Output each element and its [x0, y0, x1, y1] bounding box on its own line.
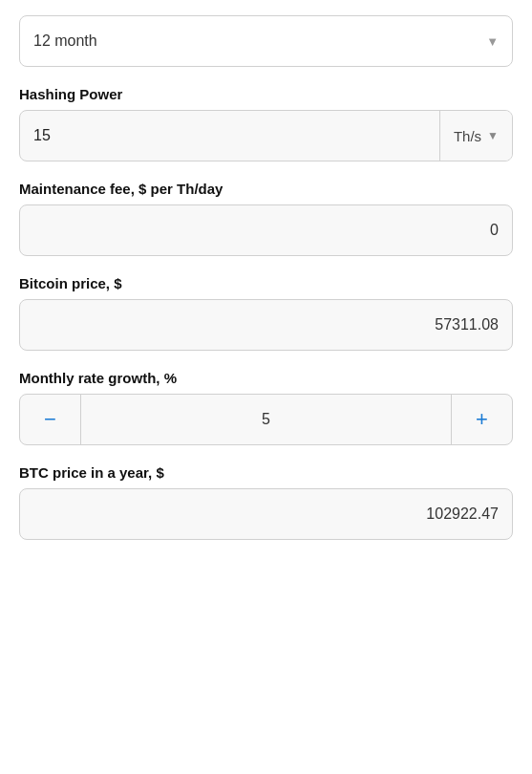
bitcoin-price-label: Bitcoin price, $	[19, 275, 513, 291]
duration-select[interactable]: 12 month ▼	[19, 15, 513, 67]
bitcoin-price-input-box: 57311.08	[19, 299, 513, 351]
maintenance-fee-label: Maintenance fee, $ per Th/day	[19, 181, 513, 197]
hashing-power-field: Hashing Power Th/s ▼	[19, 86, 513, 161]
chevron-down-icon: ▼	[487, 129, 499, 142]
bitcoin-price-field: Bitcoin price, $ 57311.08	[19, 275, 513, 351]
duration-field: 12 month ▼	[19, 15, 513, 67]
hashing-power-input[interactable]	[20, 127, 439, 144]
maintenance-fee-input-box: 0	[19, 204, 513, 256]
btc-price-year-input-box: 102922.47	[19, 488, 513, 540]
hashing-power-input-box: Th/s ▼	[19, 110, 513, 161]
btc-price-year-field: BTC price in a year, $ 102922.47	[19, 464, 513, 540]
chevron-down-icon: ▼	[486, 34, 499, 49]
maintenance-fee-value: 0	[20, 222, 512, 239]
hashing-power-unit-selector[interactable]: Th/s ▼	[439, 111, 512, 161]
btc-price-year-label: BTC price in a year, $	[19, 464, 513, 481]
maintenance-fee-field: Maintenance fee, $ per Th/day 0	[19, 181, 513, 256]
monthly-rate-growth-field: Monthly rate growth, % − 5 +	[19, 370, 513, 445]
duration-value: 12 month	[33, 32, 486, 50]
btc-price-year-value: 102922.47	[20, 505, 512, 523]
hashing-power-unit-label: Th/s	[454, 128, 481, 144]
bitcoin-price-value: 57311.08	[20, 316, 512, 333]
monthly-rate-growth-value: 5	[81, 411, 451, 428]
decrement-button[interactable]: −	[20, 395, 81, 444]
monthly-rate-growth-stepper: − 5 +	[19, 394, 513, 445]
increment-button[interactable]: +	[451, 395, 512, 444]
hashing-power-label: Hashing Power	[19, 86, 513, 102]
monthly-rate-growth-label: Monthly rate growth, %	[19, 370, 513, 386]
